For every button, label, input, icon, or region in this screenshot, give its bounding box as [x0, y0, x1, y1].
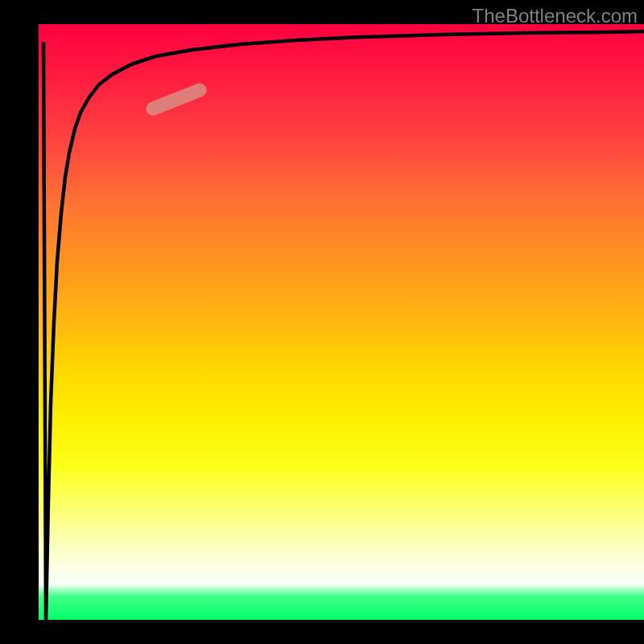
curve-highlight-marker	[153, 90, 200, 109]
curve-layer	[39, 24, 644, 620]
chart-container: TheBottleneck.com	[0, 0, 644, 644]
plot-area	[39, 24, 644, 620]
x-axis-gutter	[0, 620, 644, 644]
bottleneck-curve	[43, 31, 644, 620]
y-axis-gutter	[0, 0, 39, 644]
watermark-text: TheBottleneck.com	[473, 5, 638, 27]
